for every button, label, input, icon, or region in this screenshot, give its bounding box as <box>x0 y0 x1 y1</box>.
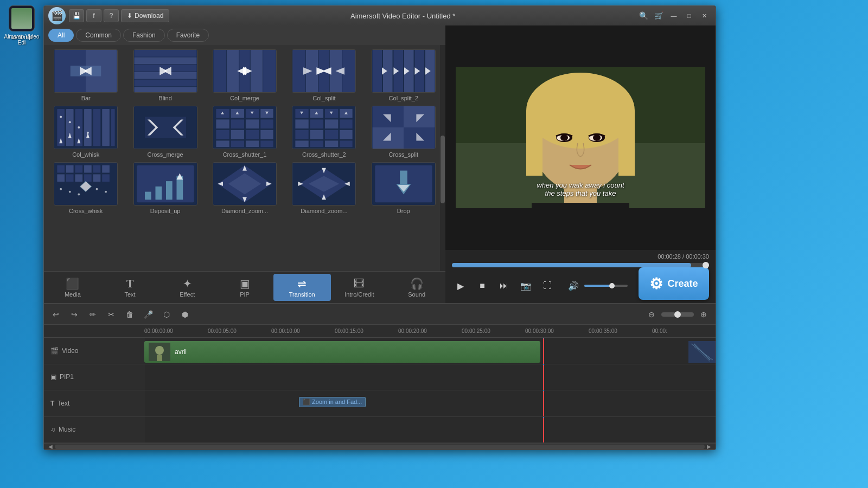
transition-col-split[interactable]: Col_split <box>286 49 361 101</box>
transition-diamond-zoom-1[interactable]: Diamond_zoom... <box>207 162 282 214</box>
download-label: Download <box>135 12 163 20</box>
transition-col-split-2[interactable]: Col_split_2 <box>366 49 441 101</box>
svg-rect-52 <box>111 109 115 146</box>
help-button[interactable]: ? <box>104 9 119 22</box>
stop-button[interactable]: ■ <box>474 277 491 294</box>
progress-thumb[interactable] <box>703 262 709 268</box>
maximize-button[interactable]: □ <box>682 10 696 21</box>
toolbar-sound[interactable]: 🎧 Sound <box>388 274 445 301</box>
transition-cross-merge[interactable]: Cross_merge <box>127 106 202 158</box>
zoom-slider[interactable] <box>661 312 694 317</box>
grid-scrollbar[interactable] <box>440 45 445 271</box>
minimize-button[interactable]: — <box>667 10 681 21</box>
tab-fashion[interactable]: Fashion <box>123 29 165 42</box>
desktop-icon-avril[interactable]: avril.mp <box>3 5 41 40</box>
toolbar-text[interactable]: T Text <box>101 274 159 301</box>
scroll-left-arrow[interactable]: ◀ <box>46 444 55 450</box>
toolbar-media[interactable]: ⬛ Media <box>44 274 101 301</box>
zoom-thumb[interactable] <box>674 311 681 318</box>
download-button[interactable]: ⬇ Download <box>121 9 169 22</box>
video-track-icon: 🎬 <box>50 347 59 355</box>
transition-col-whisk[interactable]: Col_whisk <box>48 106 123 158</box>
fullscreen-button[interactable]: ⛶ <box>539 277 556 294</box>
ruler-mark-3: 00:00:15:00 <box>335 328 398 334</box>
svg-rect-71 <box>231 119 244 129</box>
redo-button[interactable]: ↪ <box>67 307 82 322</box>
tab-common[interactable]: Common <box>76 29 121 42</box>
right-panel: when you walk away i count the steps tha… <box>445 25 716 303</box>
svg-rect-17 <box>227 50 239 92</box>
facebook-button[interactable]: f <box>86 9 101 22</box>
undo-button[interactable]: ↩ <box>48 307 63 322</box>
playhead-text <box>543 390 544 416</box>
zoom-in-button[interactable]: ⊕ <box>696 307 711 322</box>
close-button[interactable]: ✕ <box>697 10 711 21</box>
svg-rect-19 <box>251 50 263 92</box>
transition-cross-shutter-2[interactable]: Cross_shutter_2 <box>286 106 361 158</box>
svg-rect-119 <box>75 165 83 173</box>
scroll-right-arrow[interactable]: ▶ <box>705 444 713 450</box>
svg-rect-98 <box>340 130 353 139</box>
create-button[interactable]: ⚙ Create <box>639 267 709 300</box>
cart-button[interactable]: 🛒 <box>652 10 666 21</box>
svg-rect-127 <box>93 174 101 182</box>
preview-video: when you walk away i count the steps tha… <box>456 67 705 208</box>
svg-rect-10 <box>134 72 196 79</box>
volume-slider-track[interactable] <box>584 285 628 287</box>
transition-col-merge[interactable]: Col_merge <box>207 49 282 101</box>
ruler-mark-4: 00:00:20:00 <box>398 328 462 334</box>
volume-thumb[interactable] <box>609 283 615 288</box>
tab-favorite[interactable]: Favorite <box>167 29 209 42</box>
progress-fill <box>452 263 691 267</box>
transition-col-merge-label: Col_merge <box>230 95 259 101</box>
search-button[interactable]: 🔍 <box>636 10 650 21</box>
transition-deposit-up[interactable]: Deposit_up <box>127 162 202 214</box>
edit-button[interactable]: ✏ <box>85 307 100 322</box>
svg-rect-47 <box>66 109 74 146</box>
transition-cross-split[interactable]: Cross_split <box>366 106 441 158</box>
svg-rect-97 <box>325 130 338 139</box>
transition-drop[interactable]: Drop <box>366 162 441 214</box>
transition-blind[interactable]: Blind <box>127 49 202 101</box>
svg-point-133 <box>96 188 98 190</box>
track-video-label: 🎬 Video <box>44 338 144 364</box>
screenshot-button[interactable]: 📷 <box>517 277 534 294</box>
sound-icon: 🎧 <box>410 277 424 290</box>
play-button[interactable]: ▶ <box>452 277 469 294</box>
tab-all[interactable]: All <box>48 29 74 42</box>
transition-bar[interactable]: Bar <box>48 49 123 101</box>
svg-rect-51 <box>102 109 110 146</box>
next-frame-button[interactable]: ⏭ <box>495 277 513 294</box>
toolbar-intro-credit[interactable]: 🎞 Intro/Credit <box>331 274 388 301</box>
horizontal-scrollbar-track[interactable] <box>55 445 705 449</box>
toolbar-transition[interactable]: ⇌ Transition <box>273 274 331 301</box>
pip-icon: ▣ <box>240 277 250 290</box>
svg-rect-94 <box>340 119 353 129</box>
record-button[interactable]: 🎤 <box>141 307 156 322</box>
video-clip-avril[interactable]: avril <box>144 341 540 363</box>
svg-rect-125 <box>75 174 83 182</box>
transition-diamond-zoom-2[interactable]: Diamond_zoom... <box>286 162 361 214</box>
svg-rect-102 <box>340 140 353 147</box>
transition-cross-whisk[interactable]: Cross_whisk <box>48 162 123 214</box>
delete-button[interactable]: 🗑 <box>122 307 137 322</box>
volume-icon[interactable]: 🔊 <box>565 277 582 294</box>
snapshot-button[interactable]: ⬢ <box>177 307 193 322</box>
save-button[interactable]: 💾 <box>69 9 84 22</box>
transition-col-whisk-label: Col_whisk <box>72 151 99 158</box>
progress-bar[interactable] <box>452 263 709 267</box>
svg-rect-78 <box>216 140 229 147</box>
svg-rect-101 <box>325 140 338 147</box>
svg-rect-74 <box>216 130 229 139</box>
zoom-out-button[interactable]: ⊖ <box>644 307 659 322</box>
cut-button[interactable]: ✂ <box>104 307 119 322</box>
toolbar-effect[interactable]: ✦ Effect <box>158 274 216 301</box>
track-text: T Text ⬛ Zoom in and Fad... <box>44 390 716 417</box>
svg-rect-62 <box>145 117 186 138</box>
app-logo: 🎬 <box>48 7 66 24</box>
detach-button[interactable]: ⬡ <box>159 307 174 322</box>
text-clip-zoom-fad[interactable]: ⬛ Zoom in and Fad... <box>299 394 397 410</box>
transition-cross-shutter-1[interactable]: Cross_shutter_1 <box>207 106 282 158</box>
toolbar-pip[interactable]: ▣ PIP <box>216 274 273 301</box>
svg-rect-73 <box>260 119 273 129</box>
